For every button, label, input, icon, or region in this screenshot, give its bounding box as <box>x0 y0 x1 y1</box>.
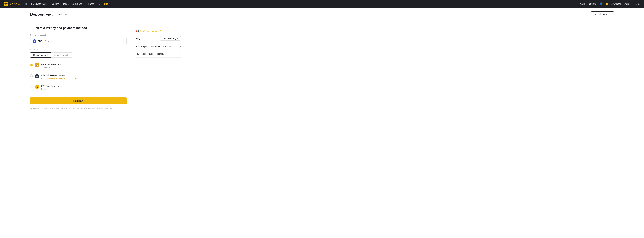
nav-wallet[interactable]: Wallet ▾ <box>580 3 586 5</box>
page-title-area: Deposit Fiat Order History → <box>30 12 76 17</box>
nav-language[interactable]: English <box>624 3 630 5</box>
payment-option-bank-card[interactable]: 💳 Bank Card(Visa/MC) 1.8% Fee <box>30 61 126 71</box>
faq-item-1[interactable]: How to deposit fiat with Credit/Debit Ca… <box>136 43 181 50</box>
continue-button[interactable]: Continue <box>30 97 126 104</box>
advcash-info: Advcash Account Balance 0 Fee Supports S… <box>41 74 126 79</box>
nav-finance[interactable]: Finance ▾ <box>86 3 96 5</box>
advcash-icon: A <box>35 74 39 78</box>
section-title: 1. Select currency and payment method <box>30 26 126 30</box>
nav-orders[interactable]: Orders ▾ <box>589 3 597 5</box>
deposit-crypto-button[interactable]: Deposit Crypto → <box>591 11 614 17</box>
navbar: BINANCE ⊞ Buy Crypto EUR ▾ Markets Trade… <box>0 0 644 8</box>
bank-card-icon: 💳 <box>35 63 39 67</box>
advcash-fee: 0 Fee Supports SEPA transfer (€1 deposit… <box>41 77 126 79</box>
page-wrapper: Deposit Fiat Order History → Deposit Cry… <box>0 8 644 238</box>
currency-select[interactable]: E EUR Euro ▾ <box>30 37 126 45</box>
bell-icon[interactable]: 🔔 <box>605 2 608 5</box>
payment-tabs: Recommended Other Payments <box>30 52 126 58</box>
footer-note: 🔒 Binance UAB is part of this Service. U… <box>30 107 126 110</box>
radio-advcash[interactable] <box>30 74 33 77</box>
faq-question-2: How long does the deposit take? <box>136 52 164 55</box>
faq-item-2[interactable]: How long does the deposit take? ▾ <box>136 50 181 58</box>
bank-card-fee: 1.8% Fee <box>41 66 126 69</box>
sepa-note: Supports SEPA transfer (€1 deposit fee) <box>48 77 80 79</box>
faq-label: FAQ <box>136 37 140 40</box>
nav-nft[interactable]: NFT New <box>98 3 108 5</box>
currency-full: Euro <box>45 40 49 42</box>
order-history-button[interactable]: Order History → <box>56 12 76 17</box>
profile-icon[interactable]: 👤 <box>600 2 603 5</box>
nav-markets[interactable]: Markets <box>52 3 59 5</box>
view-more-faq-button[interactable]: View more FAQ → <box>160 36 181 41</box>
radio-inner-bank-card <box>31 64 32 66</box>
page-title: Deposit Fiat <box>30 12 52 17</box>
payment-option-p2p[interactable]: ₿ P2P Bank Transfer 0 Fee <box>30 82 126 93</box>
faq-header: FAQ View more FAQ → <box>136 36 181 41</box>
tab-recommended[interactable]: Recommended <box>30 52 51 58</box>
sidebar-section: 📢 Didn't receive deposit? FAQ View more … <box>136 26 181 110</box>
nav-buy-crypto[interactable]: Buy Crypto EUR ▾ <box>30 2 48 5</box>
radio-p2p[interactable] <box>30 85 33 88</box>
advcash-name: Advcash Account Balance <box>41 74 126 77</box>
chevron-down-icon: ▾ <box>123 40 124 42</box>
nav-downloads[interactable]: Downloads <box>611 3 621 5</box>
form-section: 1. Select currency and payment method Cu… <box>30 26 126 110</box>
didnt-receive-link[interactable]: Didn't receive deposit? <box>140 30 161 32</box>
nav-derivatives[interactable]: Derivatives ▾ <box>72 3 84 5</box>
eur-circle-icon: E <box>33 39 36 43</box>
radio-bank-card[interactable] <box>30 64 33 66</box>
p2p-icon: ₿ <box>35 85 39 89</box>
p2p-name: P2P Bank Transfer <box>41 85 126 87</box>
chevron-down-faq-2-icon: ▾ <box>180 53 181 55</box>
megaphone-icon: 📢 <box>136 29 139 33</box>
tab-other-payments[interactable]: Other Payments <box>51 52 72 58</box>
logo[interactable]: BINANCE <box>4 2 22 6</box>
chevron-down-faq-1-icon: ▾ <box>180 45 181 48</box>
logo-text: BINANCE <box>9 2 22 5</box>
payment-option-advcash[interactable]: A Advcash Account Balance 0 Fee Supports… <box>30 71 126 82</box>
bank-card-name: Bank Card(Visa/MC) <box>41 63 126 66</box>
currency-code: EUR <box>38 40 42 42</box>
currency-left: E EUR Euro <box>33 39 49 43</box>
currency-label: Currency to deposit <box>30 34 126 36</box>
p2p-fee: 0 Fee <box>41 88 126 90</box>
nav-currency[interactable]: USD <box>636 3 640 5</box>
info-icon: 🔒 <box>30 108 32 109</box>
didnt-receive-container: 📢 Didn't receive deposit? <box>136 29 181 33</box>
pay-with-label: Pay with <box>30 48 126 51</box>
apps-icon[interactable]: ⊞ <box>25 2 28 5</box>
faq-question-1: How to deposit fiat with Credit/Debit Ca… <box>136 45 172 48</box>
nav-trade[interactable]: Trade ▾ <box>62 3 69 5</box>
navbar-right: Wallet ▾ Orders ▾ 👤 🔔 Downloads English … <box>580 2 640 5</box>
content-area: 1. Select currency and payment method Cu… <box>0 20 644 116</box>
payment-options: 💳 Bank Card(Visa/MC) 1.8% Fee A Advcash … <box>30 61 126 93</box>
p2p-info: P2P Bank Transfer 0 Fee <box>41 85 126 90</box>
page-header: Deposit Fiat Order History → Deposit Cry… <box>0 8 644 20</box>
bank-card-info: Bank Card(Visa/MC) 1.8% Fee <box>41 63 126 69</box>
